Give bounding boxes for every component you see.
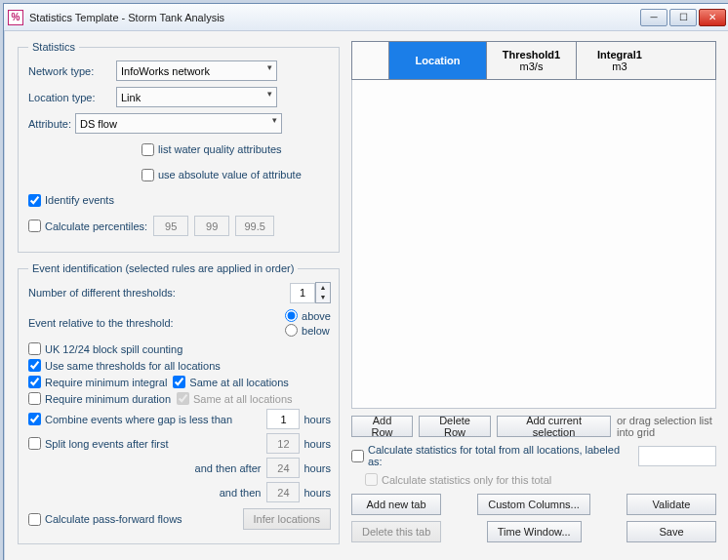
location-type-select[interactable]: Link bbox=[116, 87, 277, 107]
drag-hint: or drag selection list into grid bbox=[617, 415, 716, 438]
col-integral1[interactable]: Integral1m3 bbox=[577, 42, 663, 79]
location-type-label: Location type: bbox=[28, 92, 116, 103]
network-type-label: Network type: bbox=[28, 65, 116, 77]
radio-above[interactable]: above bbox=[285, 309, 331, 322]
titlebar: % Statistics Template - Storm Tank Analy… bbox=[4, 4, 728, 31]
relative-label: Event relative to the threshold: bbox=[28, 317, 285, 329]
add-tab-button[interactable]: Add new tab bbox=[351, 494, 441, 515]
time-window-button[interactable]: Time Window... bbox=[487, 521, 582, 542]
add-row-button[interactable]: Add Row bbox=[351, 416, 413, 437]
grid-corner bbox=[352, 42, 389, 79]
add-selection-button[interactable]: Add current selection bbox=[497, 416, 611, 437]
split1-input[interactable] bbox=[266, 433, 300, 454]
calc-total-only-checkbox: Calculate statistics only for this total bbox=[365, 473, 551, 486]
event-id-group: Event identification (selected rules are… bbox=[18, 262, 340, 544]
use-abs-checkbox[interactable]: use absolute value of attribute bbox=[142, 169, 302, 181]
combine-events-checkbox[interactable]: Combine events where gap is less than bbox=[28, 413, 266, 425]
req-min-duration-checkbox[interactable]: Require minimum duration bbox=[28, 392, 171, 405]
maximize-button[interactable]: ☐ bbox=[669, 9, 697, 26]
uk-block-checkbox[interactable]: UK 12/24 block spill counting bbox=[28, 342, 182, 355]
minimize-button[interactable]: ─ bbox=[640, 9, 667, 26]
pct3-input[interactable] bbox=[235, 216, 274, 236]
dialog-window: % Statistics Template - Storm Tank Analy… bbox=[3, 3, 728, 560]
pass-forward-checkbox[interactable]: Calculate pass-forward flows bbox=[28, 513, 243, 526]
identify-events-checkbox[interactable]: Identify events bbox=[28, 194, 114, 207]
split-events-checkbox[interactable]: Split long events after first bbox=[28, 437, 266, 450]
calc-percentiles-checkbox[interactable]: Calculate percentiles: bbox=[28, 220, 147, 232]
pct2-input[interactable] bbox=[194, 216, 229, 236]
same-duration-checkbox: Same at all locations bbox=[177, 392, 293, 405]
split3-input[interactable] bbox=[266, 482, 300, 502]
infer-locations-button: Infer locations bbox=[243, 508, 331, 530]
grid-header: Location Threshold1m3/s Integral1m3 bbox=[351, 41, 716, 80]
thresh-count-spinner[interactable]: ▲▼ bbox=[290, 282, 331, 303]
list-wq-checkbox[interactable]: list water quality attributes bbox=[142, 143, 282, 156]
same-integral-checkbox[interactable]: Same at all locations bbox=[173, 376, 289, 388]
split2-input[interactable] bbox=[266, 458, 300, 478]
window-title: Statistics Template - Storm Tank Analysi… bbox=[29, 12, 640, 23]
network-type-select[interactable]: InfoWorks network bbox=[116, 60, 277, 81]
validate-button[interactable]: Validate bbox=[627, 494, 716, 515]
custom-columns-button[interactable]: Custom Columns... bbox=[477, 494, 590, 515]
combine-gap-input[interactable] bbox=[266, 409, 300, 429]
attribute-label: Attribute: bbox=[28, 118, 71, 130]
total-label-input[interactable] bbox=[638, 446, 716, 466]
delete-row-button[interactable]: Delete Row bbox=[419, 416, 491, 437]
col-threshold1[interactable]: Threshold1m3/s bbox=[487, 42, 577, 79]
app-icon: % bbox=[8, 10, 23, 25]
save-button[interactable]: Save bbox=[627, 521, 716, 542]
statistics-group: Statistics Network type: InfoWorks netwo… bbox=[18, 41, 340, 253]
grid-body[interactable] bbox=[351, 80, 716, 409]
pct1-input[interactable] bbox=[153, 216, 188, 236]
calc-total-checkbox[interactable]: Calculate statistics for total from all … bbox=[351, 444, 632, 467]
close-button[interactable]: ✕ bbox=[699, 9, 726, 26]
req-min-integral-checkbox[interactable]: Require minimum integral bbox=[28, 376, 167, 388]
same-thresh-checkbox[interactable]: Use same thresholds for all locations bbox=[28, 359, 221, 372]
radio-below[interactable]: below bbox=[285, 324, 331, 337]
thresh-count-label: Number of different thresholds: bbox=[28, 287, 290, 299]
delete-tab-button: Delete this tab bbox=[351, 521, 441, 542]
col-location[interactable]: Location bbox=[389, 42, 487, 79]
attribute-select[interactable]: DS flow bbox=[75, 113, 282, 134]
